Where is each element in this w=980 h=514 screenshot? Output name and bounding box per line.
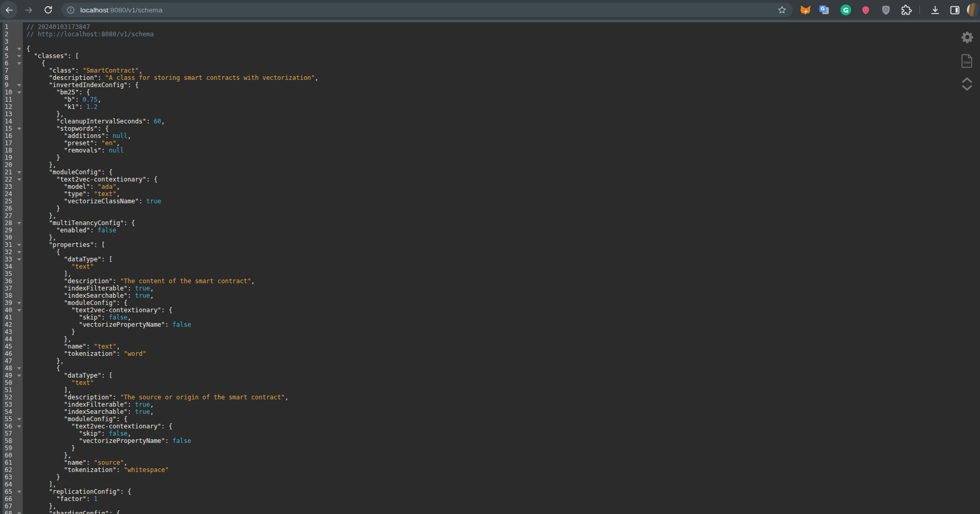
grammarly-extension-icon[interactable]: G	[839, 3, 853, 17]
line-number: 67	[0, 503, 16, 510]
downloads-button[interactable]	[928, 3, 942, 17]
metamask-extension-icon[interactable]	[799, 3, 813, 17]
fold-toggle-icon[interactable]	[17, 171, 21, 174]
fold-cell	[16, 52, 23, 60]
code-line: 48 {	[0, 365, 980, 372]
line-number: 30	[0, 234, 16, 241]
translate-extension-icon[interactable]: 文G	[817, 3, 831, 17]
fold-toggle-icon[interactable]	[17, 48, 21, 50]
line-number: 37	[0, 285, 16, 292]
fold-cell	[16, 183, 23, 190]
fold-toggle-icon[interactable]	[17, 55, 21, 58]
fold-cell	[16, 81, 23, 89]
line-number: 16	[0, 132, 16, 140]
code-text: "stopwords": {	[23, 125, 109, 132]
bookmark-star-icon[interactable]	[777, 5, 787, 15]
code-text: "text2vec-contextionary": {	[23, 307, 173, 314]
code-text: "preset": "en",	[23, 140, 120, 147]
fold-cell	[16, 285, 23, 292]
fold-toggle-icon[interactable]	[17, 309, 21, 312]
line-number: 38	[0, 292, 16, 299]
strawberry-extension-icon[interactable]	[859, 3, 872, 17]
code-text: // http://localhost:8080/v1/schema	[23, 31, 154, 38]
code-line: 18 "removals": null	[0, 147, 980, 154]
line-number: 52	[0, 394, 16, 401]
fold-toggle-icon[interactable]	[17, 251, 21, 254]
settings-gear-icon[interactable]	[961, 31, 974, 44]
code-line: 30 },	[0, 234, 980, 241]
url-path: :8080/v1/schema	[108, 6, 162, 14]
site-info-icon[interactable]	[66, 6, 75, 15]
line-number: 31	[0, 241, 16, 248]
fold-toggle-icon[interactable]	[17, 258, 21, 261]
fold-cell	[16, 118, 23, 125]
json-viewer-page: 1// 202401031738472// http://localhost:8…	[0, 22, 980, 514]
url-host: localhost	[80, 6, 108, 14]
fold-toggle-icon[interactable]	[17, 244, 21, 246]
url-text: localhost:8080/v1/schema	[80, 6, 777, 14]
fold-cell	[16, 503, 23, 510]
fold-toggle-icon[interactable]	[17, 425, 21, 428]
profile-avatar[interactable]	[967, 3, 980, 17]
code-text: }	[23, 444, 75, 452]
fold-cell	[16, 38, 23, 45]
side-panel-button[interactable]	[948, 3, 961, 17]
code-text: "vectorizePropertyName": false	[23, 321, 191, 328]
code-text: {	[23, 248, 60, 256]
line-number: 60	[0, 452, 16, 459]
code-line: 4{	[0, 45, 980, 52]
fold-toggle-icon[interactable]	[17, 62, 21, 65]
line-number: 54	[0, 408, 16, 415]
code-text: },	[23, 234, 56, 241]
line-number: 2	[0, 31, 16, 38]
fold-toggle-icon[interactable]	[17, 374, 21, 377]
toolbar-separator	[919, 6, 920, 15]
scroll-up-icon[interactable]	[961, 76, 973, 84]
fold-toggle-icon[interactable]	[17, 418, 21, 421]
fold-cell	[16, 430, 23, 437]
fold-toggle-icon[interactable]	[17, 84, 21, 87]
fold-toggle-icon[interactable]	[17, 91, 21, 94]
fold-cell	[16, 277, 23, 285]
forward-button[interactable]	[20, 1, 37, 19]
code-text: },	[23, 161, 56, 169]
back-button[interactable]	[0, 1, 18, 19]
fold-toggle-icon[interactable]	[17, 491, 21, 493]
line-number: 23	[0, 183, 16, 190]
line-number: 50	[0, 379, 16, 386]
code-line: 35 ],	[0, 270, 980, 277]
fold-toggle-icon[interactable]	[17, 222, 21, 225]
code-line: 40 "text2vec-contextionary": {	[0, 307, 980, 314]
fold-toggle-icon[interactable]	[17, 302, 21, 304]
fold-toggle-icon[interactable]	[17, 367, 21, 370]
line-number: 35	[0, 270, 16, 277]
line-number: 11	[0, 96, 16, 103]
fold-toggle-icon[interactable]	[17, 178, 21, 181]
code-text: }	[23, 154, 60, 161]
code-line: 57 "skip": false,	[0, 430, 980, 437]
code-line: 27 },	[0, 212, 980, 219]
fold-cell	[16, 394, 23, 401]
line-number: 18	[0, 147, 16, 154]
fold-toggle-icon[interactable]	[17, 128, 21, 130]
code-line: 44 },	[0, 336, 980, 343]
scroll-down-icon[interactable]	[961, 85, 973, 92]
line-number: 24	[0, 190, 16, 198]
fold-cell	[16, 466, 23, 474]
shield-extension-icon[interactable]	[879, 3, 892, 17]
fold-cell	[16, 198, 23, 205]
reload-icon	[44, 5, 53, 15]
code-text: "enabled": false	[23, 227, 116, 234]
fold-cell	[16, 132, 23, 140]
code-line: 41 "skip": false,	[0, 314, 980, 321]
fold-cell	[16, 154, 23, 161]
raw-view-icon[interactable]: RAW	[961, 54, 973, 68]
extensions-puzzle-icon[interactable]	[899, 3, 913, 17]
reload-button[interactable]	[39, 1, 57, 19]
address-bar[interactable]: localhost:8080/v1/schema	[61, 3, 793, 17]
code-line: 68 "shardingConfig": {	[0, 510, 980, 514]
line-number: 13	[0, 110, 16, 118]
code-text: "bm25": {	[23, 89, 90, 96]
line-number: 57	[0, 430, 16, 437]
fold-cell	[16, 60, 23, 67]
